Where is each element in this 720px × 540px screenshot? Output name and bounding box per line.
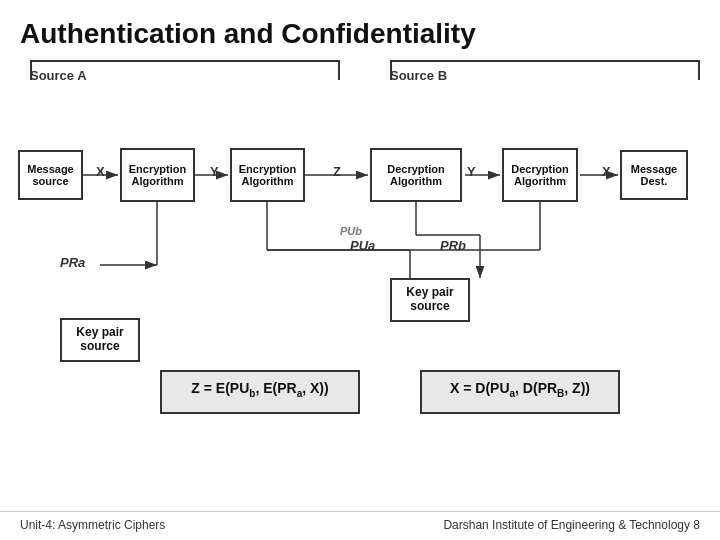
pub-label: PUb [340,225,362,237]
enc-algo-2-box: EncryptionAlgorithm [230,148,305,202]
x2-label: X [602,164,611,179]
y2-label: Y [467,164,476,179]
enc-algo-1-box: EncryptionAlgorithm [120,148,195,202]
z-label: Z [333,164,341,179]
dec-algo-2-box: DecryptionAlgorithm [502,148,578,202]
message-dest-box: MessageDest. [620,150,688,200]
message-source-box: Messagesource [18,150,83,200]
keypair-source-b-box: Key pairsource [390,278,470,322]
formula-left: Z = E(PUb, E(PRa, X)) [160,370,360,414]
prb-label: PRb [440,238,466,253]
page-title: Authentication and Confidentiality [0,0,720,60]
diagram-area: Source A Source B [0,60,720,440]
footer: Unit-4: Asymmetric Ciphers Darshan Insti… [0,511,720,532]
footer-right: Darshan Institute of Engineering & Techn… [443,518,700,532]
x1-label: X [96,164,105,179]
pua-label: PUa [350,238,375,253]
keypair-source-a-box: Key pairsource [60,318,140,362]
source-a-label: Source A [30,68,87,83]
y1-label: Y [210,164,219,179]
formula-right: X = D(PUa, D(PRB, Z)) [420,370,620,414]
footer-left: Unit-4: Asymmetric Ciphers [20,518,165,532]
pra-label: PRa [60,255,85,270]
source-b-label: Source B [390,68,447,83]
dec-algo-1-box: DecryptionAlgorithm [370,148,462,202]
